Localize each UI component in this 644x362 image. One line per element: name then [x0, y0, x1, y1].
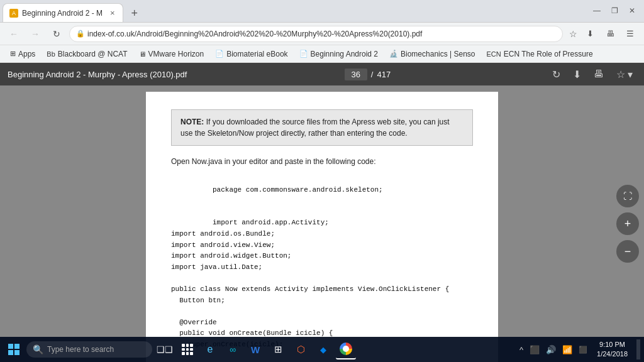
- bookmark-blackboard-label: Blackboard @ NCAT: [58, 50, 128, 58]
- chrome-icon: [340, 343, 352, 355]
- taskbar: 🔍 Type here to search ❑❑ e ∞ W ⊞ ⬡ ◆ ^ ⬛…: [0, 337, 644, 362]
- forward-button[interactable]: →: [26, 25, 44, 43]
- maximize-button[interactable]: ❐: [606, 3, 623, 19]
- system-tray: ^ ⬛ 🔊 📶 ⬛ 9:10 PM 1/24/2018: [518, 339, 640, 361]
- reload-button[interactable]: ↻: [48, 25, 65, 43]
- browser-toolbar-right: ⬇ 🖶 ☰: [581, 25, 639, 43]
- pdf-page-controls: / 417: [187, 69, 548, 80]
- pdf-page-total: 417: [377, 70, 391, 79]
- pdf-title: Beginning Android 2 - Murphy - Apress (2…: [8, 70, 187, 79]
- taskbar-dropbox[interactable]: ◆: [313, 339, 333, 359]
- biomechanics-icon: 🔬: [389, 50, 398, 58]
- taskbar-word[interactable]: W: [245, 339, 265, 359]
- url-bar[interactable]: 🔒 index-of.co.uk/Android/Beginning%20And…: [69, 26, 563, 42]
- tab-favicon: A: [9, 9, 18, 18]
- bookmark-biomaterial[interactable]: 📄 Biomaterial eBook: [210, 48, 292, 60]
- bookmark-biomechanics-label: Biomechanics | Senso: [401, 50, 475, 58]
- tray-chevron[interactable]: ^: [518, 344, 525, 356]
- bookmarks-bar: ⊞ Apps Bb Blackboard @ NCAT 🖥 VMware Hor…: [0, 45, 644, 63]
- ecn-icon: ECN: [487, 50, 501, 58]
- note-text: If you downloaded the source files from …: [180, 118, 450, 138]
- pdf-print-button[interactable]: 🖶: [590, 67, 608, 81]
- menu-button[interactable]: ☰: [621, 25, 639, 43]
- bookmark-ecn[interactable]: ECN ECN The Role of Pressure: [482, 48, 598, 60]
- bookmark-blackboard[interactable]: Bb Blackboard @ NCAT: [42, 48, 132, 60]
- pdf-toolbar: Beginning Android 2 - Murphy - Apress (2…: [0, 63, 644, 85]
- zoom-fullscreen-button[interactable]: ⛶: [616, 185, 639, 207]
- browser-frame: A Beginning Android 2 - M × + — ❐ ✕ ← → …: [0, 0, 644, 362]
- close-button[interactable]: ✕: [624, 3, 640, 19]
- pdf-page-input[interactable]: [345, 69, 367, 80]
- pdf-page-separator: /: [371, 70, 374, 79]
- taskbar-office[interactable]: ⊞: [268, 339, 288, 359]
- code-package-line: package com.commonsware.android.skeleton…: [213, 186, 383, 194]
- clock-date: 1/24/2018: [597, 349, 628, 359]
- tab-close-button[interactable]: ×: [109, 7, 116, 19]
- tray-battery[interactable]: ⬛: [577, 344, 589, 355]
- bookmark-ecn-label: ECN The Role of Pressure: [504, 50, 593, 58]
- blackboard-icon: Bb: [47, 50, 55, 58]
- intro-paragraph: Open Now.java in your editor and paste i…: [171, 156, 473, 167]
- code-block: package com.commonsware.android.skeleton…: [171, 173, 473, 362]
- bookmark-star-button[interactable]: ☆: [569, 29, 577, 39]
- taskbar-edge[interactable]: e: [200, 339, 220, 359]
- tray-volume[interactable]: 🔊: [544, 344, 558, 356]
- taskbar-infinity[interactable]: ∞: [223, 339, 243, 359]
- tray-network[interactable]: ⬛: [528, 344, 541, 356]
- minimize-button[interactable]: —: [589, 3, 605, 19]
- bookmark-apps-label: Apps: [18, 50, 35, 58]
- bookmark-biomaterial-label: Biomaterial eBook: [226, 50, 287, 58]
- url-text: index-of.co.uk/Android/Beginning%20Andro…: [87, 30, 556, 38]
- cortana-search[interactable]: 🔍 Type here to search: [26, 341, 152, 358]
- pdf-download-button[interactable]: ⬇: [569, 67, 585, 82]
- bookmark-vmware-label: VMware Horizon: [148, 50, 204, 58]
- bookmark-vmware[interactable]: 🖥 VMware Horizon: [134, 48, 209, 60]
- zoom-out-button[interactable]: −: [616, 240, 639, 263]
- zoom-in-button[interactable]: +: [616, 212, 639, 235]
- windows-logo: [8, 344, 19, 355]
- clock-time: 9:10 PM: [597, 340, 628, 349]
- bookmark-apps[interactable]: ⊞ Apps: [5, 48, 40, 60]
- bookmark-biomechanics[interactable]: 🔬 Biomechanics | Senso: [384, 48, 480, 60]
- pdf-content-area: NOTE: If you downloaded the source files…: [0, 85, 644, 362]
- print-toolbar-button[interactable]: 🖶: [601, 25, 619, 43]
- pdf-toolbar-right: ↻ ⬇ 🖶 ☆ ▾: [548, 67, 636, 82]
- apps-bookmark-icon: ⊞: [10, 50, 16, 58]
- bookmark-android-label: Beginning Android 2: [311, 50, 378, 58]
- download-toolbar-button[interactable]: ⬇: [581, 25, 599, 43]
- note-box: NOTE: If you downloaded the source files…: [171, 109, 473, 146]
- task-view-button[interactable]: ❑❑: [155, 339, 175, 359]
- secure-icon: 🔒: [76, 30, 85, 38]
- window-controls: — ❐ ✕: [585, 0, 644, 22]
- back-button[interactable]: ←: [5, 25, 23, 43]
- pdf-page-info: / 417: [345, 69, 391, 80]
- vmware-icon: 🖥: [139, 50, 146, 58]
- biomaterial-icon: 📄: [215, 50, 224, 58]
- address-bar: ← → ↻ 🔒 index-of.co.uk/Android/Beginning…: [0, 23, 644, 45]
- active-tab[interactable]: A Beginning Android 2 - M ×: [3, 3, 123, 22]
- tab-bar: A Beginning Android 2 - M × + — ❐ ✕: [0, 0, 644, 23]
- pdf-page: NOTE: If you downloaded the source files…: [146, 92, 498, 362]
- pdf-bookmark-button[interactable]: ☆ ▾: [613, 67, 636, 82]
- taskbar-windows-store2[interactable]: ⬡: [291, 339, 311, 359]
- cortana-mic-icon: 🔍: [33, 344, 43, 354]
- tab-title: Beginning Android 2 - M: [22, 9, 103, 18]
- start-button[interactable]: [4, 339, 24, 359]
- cortana-search-label: Type here to search: [47, 345, 114, 354]
- taskbar-chrome[interactable]: [336, 339, 356, 359]
- tray-wifi[interactable]: 📶: [560, 344, 574, 356]
- bookmark-android[interactable]: 📄 Beginning Android 2: [294, 48, 383, 60]
- show-desktop-button[interactable]: [636, 339, 640, 359]
- pdf-refresh-button[interactable]: ↻: [548, 67, 564, 82]
- pdf-viewer: Beginning Android 2 - Murphy - Apress (2…: [0, 63, 644, 362]
- system-clock[interactable]: 9:10 PM 1/24/2018: [592, 339, 633, 361]
- store-icon: [182, 344, 193, 355]
- pdf-float-buttons: ⛶ + −: [616, 185, 639, 263]
- taskbar-windows-store[interactable]: [177, 339, 197, 359]
- android-icon: 📄: [299, 50, 308, 58]
- new-tab-button[interactable]: +: [126, 4, 143, 22]
- note-label: NOTE:: [180, 118, 204, 126]
